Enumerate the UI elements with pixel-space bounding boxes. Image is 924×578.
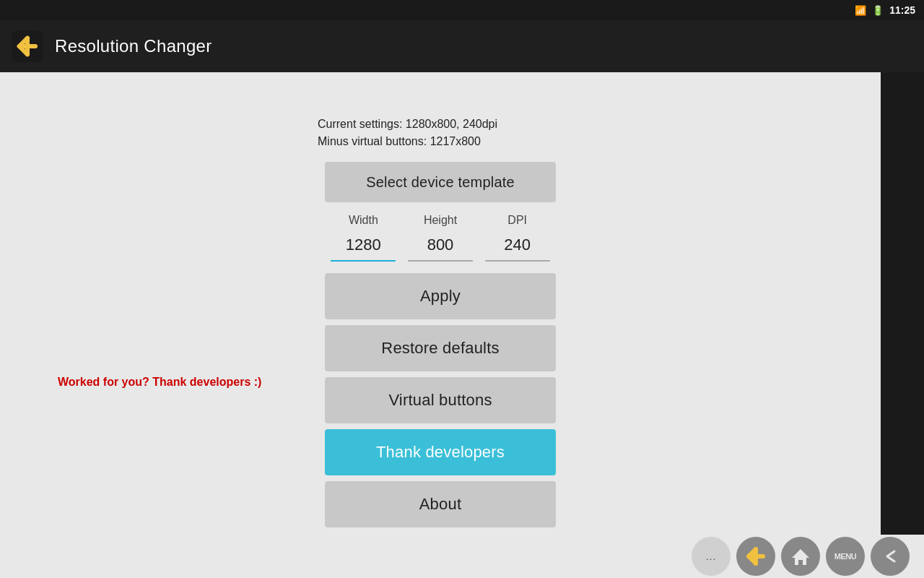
menu-label: MENU — [834, 552, 856, 561]
dpi-group: DPI — [479, 214, 556, 262]
back-icon — [880, 546, 900, 566]
nav-cross-button[interactable] — [736, 537, 775, 576]
dots-label: ... — [706, 551, 717, 562]
battery-icon: 🔋 — [872, 5, 884, 16]
current-settings: Current settings: 1280x800, 240dpi Minus… — [318, 116, 497, 150]
nav-menu-button[interactable]: MENU — [826, 537, 865, 576]
cross-icon — [745, 545, 767, 567]
status-time: 11:25 — [889, 4, 915, 16]
height-label: Height — [424, 214, 457, 227]
select-device-template-button[interactable]: Select device template — [325, 162, 556, 202]
app-icon — [12, 30, 43, 62]
current-settings-line1: Current settings: 1280x800, 240dpi — [318, 116, 497, 133]
svg-marker-8 — [792, 549, 809, 565]
status-bar: 📶 🔋 11:25 — [0, 0, 924, 20]
nav-home-button[interactable] — [781, 537, 820, 576]
height-group: Height — [402, 214, 479, 262]
about-button[interactable]: About — [325, 481, 556, 527]
virtual-buttons-button[interactable]: Virtual buttons — [325, 377, 556, 423]
restore-defaults-button[interactable]: Restore defaults — [325, 325, 556, 371]
thank-message: Worked for you? Thank developers :) — [58, 376, 261, 389]
nav-bar: ... MENU — [0, 535, 924, 578]
width-input[interactable] — [331, 230, 396, 262]
nav-back-button[interactable] — [871, 537, 910, 576]
home-icon — [790, 546, 811, 566]
resolution-inputs-row: Width Height DPI — [325, 214, 556, 262]
width-group: Width — [325, 214, 402, 262]
thank-developers-button[interactable]: Thank developers — [325, 429, 556, 475]
dpi-input[interactable] — [485, 230, 550, 262]
width-label: Width — [349, 214, 378, 227]
nav-dots-button[interactable]: ... — [692, 537, 731, 576]
height-input[interactable] — [408, 230, 473, 262]
current-settings-line2: Minus virtual buttons: 1217x800 — [318, 133, 497, 150]
dpi-label: DPI — [507, 214, 527, 227]
app-bar: Resolution Changer — [0, 20, 924, 72]
right-sidebar — [881, 72, 924, 556]
apply-button[interactable]: Apply — [325, 273, 556, 319]
main-content: Current settings: 1280x800, 240dpi Minus… — [0, 72, 881, 556]
app-title: Resolution Changer — [55, 36, 212, 56]
wifi-icon: 📶 — [855, 5, 866, 16]
